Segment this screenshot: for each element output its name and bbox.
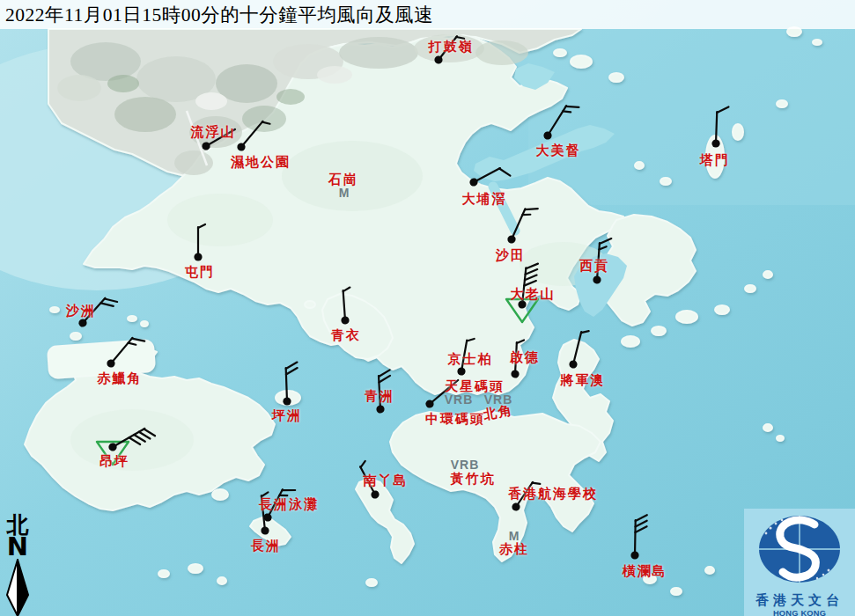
station-label-tseung-kwan-o: 將軍澳 (561, 372, 606, 389)
compass-north-letter: N (2, 536, 33, 558)
station-label-tates-cairn: 大老山 (511, 286, 556, 303)
station-label-kai-tak: 啟德 (510, 349, 540, 366)
station-dot-tuen-mun (194, 253, 202, 260)
wind-barb-lamma-island (313, 433, 437, 556)
station-label-wetland-park: 濕地公園 (231, 154, 291, 171)
wind-barb-cheung-chau (203, 469, 327, 592)
wind-barb-wetland-park (180, 85, 303, 209)
station-label-tap-mun: 塔門 (700, 152, 730, 169)
station-label-cheung-chau: 長洲 (251, 538, 281, 554)
station-dot-tai-mei-tuk (542, 130, 554, 142)
compass-north: 北 N (2, 514, 33, 616)
station-dot-cheung-chau (261, 526, 269, 535)
station-dot-waglan-island (630, 551, 638, 559)
hko-logo-icon (744, 509, 855, 590)
station-label-lau-fau-shan: 流浮山 (191, 124, 236, 141)
station-label-kings-park: 京士柏 (448, 351, 493, 368)
station-label-shek-kong: 石崗 (328, 172, 358, 188)
station-dot-tseung-kwan-o (568, 359, 578, 369)
station-dot-peng-chau (283, 397, 291, 406)
station-label-tai-mei-tuk: 大美督 (536, 143, 581, 159)
station-dot-tsing-yi (341, 316, 350, 325)
map-title: 2022年11月01日15時00分的十分鐘平均風向及風速 (5, 2, 433, 27)
station-label-ngong-ping: 昂坪 (100, 453, 129, 470)
wind-barb-tuen-mun (136, 195, 260, 319)
station-label-central-pier: 中環碼頭 (425, 411, 485, 428)
station-label-stanley: 赤柱 (499, 541, 529, 558)
station-dot-ngong-ping (107, 442, 119, 453)
station-label-lamma-island: 南丫島 (364, 473, 409, 489)
station-label-tuen-mun: 屯門 (185, 264, 215, 281)
station-label-peng-chau: 坪洲 (272, 407, 302, 424)
station-dot-lamma-island (370, 489, 380, 500)
wind-barb-tap-mun (654, 82, 778, 205)
station-label-hk-sea-school: 香港航海學校 (508, 486, 598, 502)
station-label-cheung-chau-beach: 長洲泳灘 (259, 496, 319, 513)
station-dot-sai-kung (593, 275, 601, 284)
station-label-ta-kwu-ling: 打鼓嶺 (429, 39, 474, 55)
station-dot-tap-mun (711, 139, 720, 148)
station-label-green-island: 青洲 (365, 388, 394, 405)
hko-name-chinese: 香港天文台 (744, 593, 855, 608)
station-label-tsing-yi: 青衣 (331, 327, 361, 344)
station-label-sai-kung: 西貢 (579, 258, 609, 275)
station-label-tai-po-kau: 大埔滘 (462, 191, 507, 208)
station-label-sha-chau: 沙洲 (66, 303, 96, 319)
station-label-waglan-island: 橫瀾島 (623, 563, 667, 580)
wind-map-screen: 打鼓嶺流浮山濕地公園石崗M大埔滘大美督塔門屯門沙田西貢大老山沙洲青衣赤鱲角京士柏… (0, 0, 855, 616)
station-label-star-ferry-pier: 天星碼頭 (445, 378, 505, 395)
station-dot-green-island (376, 405, 385, 414)
wind-barb-ngong-ping (51, 385, 174, 509)
station-dot-hk-sea-school (511, 502, 522, 513)
wind-barb-waglan-island (573, 494, 697, 616)
hko-logo: 香港天文台 HONG KONG OBSERVATORY (744, 509, 855, 616)
hko-name-english: HONG KONG OBSERVATORY (744, 608, 855, 616)
station-label-wong-chuk-hang: 黃竹坑 (451, 471, 496, 488)
north-arrow-icon (2, 558, 33, 616)
title-bar: 2022年11月01日15時00分的十分鐘平均風向及風速 (0, 0, 855, 29)
station-label-chek-lap-kok: 赤鱲角 (98, 370, 143, 387)
station-label-sha-tin: 沙田 (496, 247, 526, 264)
